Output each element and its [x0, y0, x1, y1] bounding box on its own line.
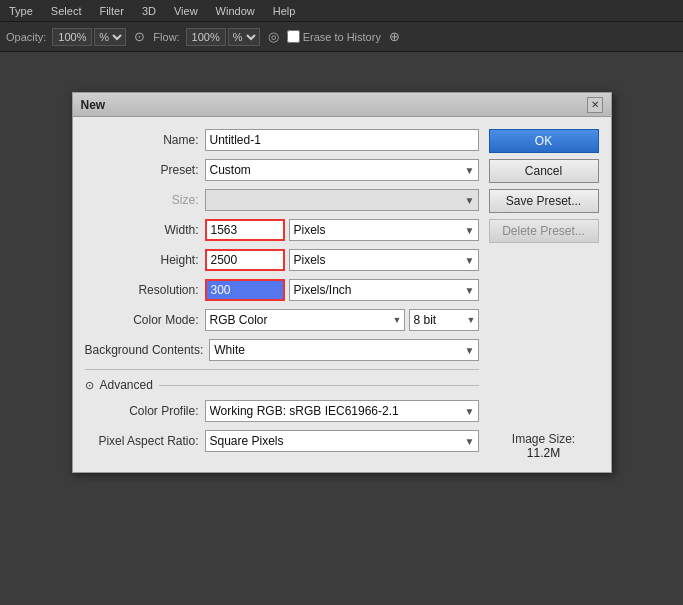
resolution-unit-wrap: Pixels/Inch Pixels/cm ▼ [289, 279, 479, 301]
width-unit-wrap: Pixels Inches cm ▼ [289, 219, 479, 241]
erase-history-checkbox[interactable] [287, 30, 300, 43]
width-unit-select[interactable]: Pixels Inches cm [289, 219, 479, 241]
color-mode-label: Color Mode: [85, 313, 205, 327]
opacity-wrap: % [52, 28, 126, 46]
erase-history-wrap: Erase to History [287, 30, 381, 43]
size-select-wrap: ▼ [205, 189, 479, 211]
dialog-titlebar: New ✕ [73, 93, 611, 117]
name-input[interactable] [205, 129, 479, 151]
resolution-row: Resolution: Pixels/Inch Pixels/cm ▼ [85, 279, 479, 301]
preset-select[interactable]: Custom Default Photoshop Size Letter [205, 159, 479, 181]
width-row: Width: Pixels Inches cm ▼ [85, 219, 479, 241]
preset-label: Preset: [85, 163, 205, 177]
dialog-close-button[interactable]: ✕ [587, 97, 603, 113]
height-unit-wrap: Pixels Inches cm ▼ [289, 249, 479, 271]
advanced-toggle-icon[interactable]: ⊙ [85, 379, 94, 392]
background-select[interactable]: White Background Color Transparent [209, 339, 478, 361]
background-label: Background Contents: [85, 343, 210, 357]
dialog-body: Name: Preset: Custom Default Photoshop S… [73, 117, 611, 472]
flow-wrap: % [186, 28, 260, 46]
flow-input[interactable] [186, 28, 226, 46]
flow-label: Flow: [153, 31, 179, 43]
height-input[interactable] [205, 249, 285, 271]
airbrush-icon-btn[interactable]: ◎ [266, 27, 281, 46]
resolution-input[interactable] [205, 279, 285, 301]
delete-preset-button[interactable]: Delete Preset... [489, 219, 599, 243]
color-mode-row: Color Mode: RGB Color CMYK Color Graysca… [85, 309, 479, 331]
width-input[interactable] [205, 219, 285, 241]
pixel-aspect-select[interactable]: Square Pixels D1/DV NTSC D1/DV PAL [205, 430, 479, 452]
erase-icon-btn[interactable]: ⊕ [387, 27, 402, 46]
main-area: New ✕ Name: Preset: Custom Defaul [0, 52, 683, 605]
bit-depth-select-wrap: 8 bit 16 bit 32 bit ▼ [409, 309, 479, 331]
preset-row: Preset: Custom Default Photoshop Size Le… [85, 159, 479, 181]
new-dialog: New ✕ Name: Preset: Custom Defaul [72, 92, 612, 473]
advanced-divider [159, 385, 479, 386]
menu-window[interactable]: Window [211, 3, 260, 19]
color-mode-wrap: RGB Color CMYK Color Grayscale ▼ 8 bit 1… [205, 309, 479, 331]
pixel-aspect-select-wrap: Square Pixels D1/DV NTSC D1/DV PAL ▼ [205, 430, 479, 452]
advanced-header: ⊙ Advanced [85, 378, 479, 392]
height-unit-select[interactable]: Pixels Inches cm [289, 249, 479, 271]
image-size-wrap: Image Size: 11.2M [489, 386, 599, 460]
menu-bar: Type Select Filter 3D View Window Help [0, 0, 683, 22]
cancel-button[interactable]: Cancel [489, 159, 599, 183]
ok-button[interactable]: OK [489, 129, 599, 153]
image-size-label: Image Size: [489, 432, 599, 446]
background-select-wrap: White Background Color Transparent ▼ [209, 339, 478, 361]
image-size-value: 11.2M [489, 446, 599, 460]
menu-select[interactable]: Select [46, 3, 87, 19]
background-row: Background Contents: White Background Co… [85, 339, 479, 361]
flow-dropdown[interactable]: % [228, 28, 260, 46]
width-label: Width: [85, 223, 205, 237]
height-row: Height: Pixels Inches cm ▼ [85, 249, 479, 271]
opacity-dropdown[interactable]: % [94, 28, 126, 46]
dialog-form: Name: Preset: Custom Default Photoshop S… [85, 129, 479, 460]
preset-select-wrap: Custom Default Photoshop Size Letter ▼ [205, 159, 479, 181]
pixel-aspect-label: Pixel Aspect Ratio: [85, 434, 205, 448]
color-mode-select-wrap: RGB Color CMYK Color Grayscale ▼ [205, 309, 405, 331]
dialog-title: New [81, 98, 106, 112]
save-preset-button[interactable]: Save Preset... [489, 189, 599, 213]
dialog-buttons: OK Cancel Save Preset... Delete Preset..… [489, 129, 599, 460]
menu-3d[interactable]: 3D [137, 3, 161, 19]
size-label: Size: [85, 193, 205, 207]
color-profile-label: Color Profile: [85, 404, 205, 418]
brush-icon-btn[interactable]: ⊙ [132, 27, 147, 46]
resolution-unit-select[interactable]: Pixels/Inch Pixels/cm [289, 279, 479, 301]
size-row: Size: ▼ [85, 189, 479, 211]
color-mode-select[interactable]: RGB Color CMYK Color Grayscale [205, 309, 405, 331]
menu-type[interactable]: Type [4, 3, 38, 19]
divider [85, 369, 479, 370]
opacity-input[interactable] [52, 28, 92, 46]
menu-view[interactable]: View [169, 3, 203, 19]
bit-depth-select[interactable]: 8 bit 16 bit 32 bit [409, 309, 479, 331]
erase-history-label: Erase to History [303, 31, 381, 43]
menu-help[interactable]: Help [268, 3, 301, 19]
color-profile-row: Color Profile: Working RGB: sRGB IEC6196… [85, 400, 479, 422]
size-select[interactable] [205, 189, 479, 211]
name-row: Name: [85, 129, 479, 151]
resolution-label: Resolution: [85, 283, 205, 297]
toolbar: Opacity: % ⊙ Flow: % ◎ Erase to History … [0, 22, 683, 52]
color-profile-select[interactable]: Working RGB: sRGB IEC61966-2.1 sRGB IEC6… [205, 400, 479, 422]
menu-filter[interactable]: Filter [94, 3, 128, 19]
pixel-aspect-row: Pixel Aspect Ratio: Square Pixels D1/DV … [85, 430, 479, 452]
height-label: Height: [85, 253, 205, 267]
color-profile-select-wrap: Working RGB: sRGB IEC61966-2.1 sRGB IEC6… [205, 400, 479, 422]
name-label: Name: [85, 133, 205, 147]
advanced-label: Advanced [100, 378, 153, 392]
opacity-label: Opacity: [6, 31, 46, 43]
